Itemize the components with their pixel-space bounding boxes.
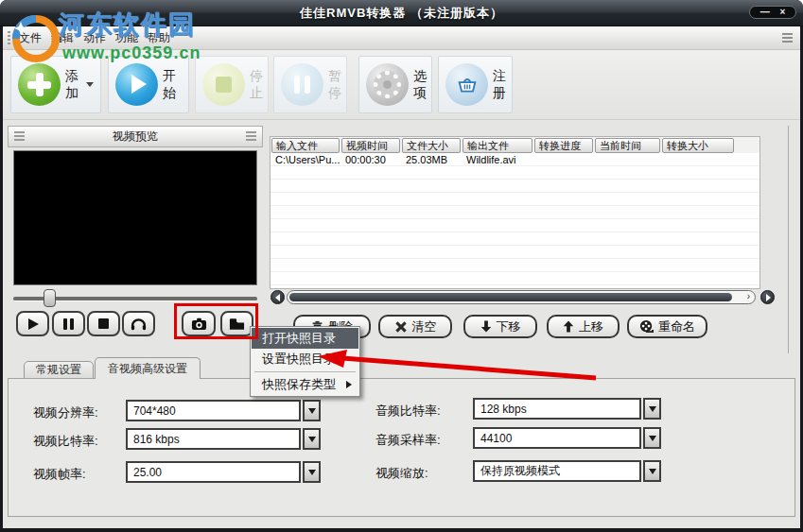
chevron-down-icon[interactable] xyxy=(643,427,661,449)
video-screen xyxy=(13,150,257,285)
menu-edit[interactable]: 编辑 xyxy=(48,27,77,49)
snapshot-context-menu: 打开快照目录 设置快照目录 快照保存类型 xyxy=(250,326,360,397)
window-controls: — × xyxy=(749,6,796,19)
options-button[interactable]: 选项 xyxy=(358,56,432,113)
preview-title: 视频预览 xyxy=(113,129,158,145)
clear-button[interactable]: 清空 xyxy=(378,315,452,338)
video-scale-select[interactable]: 保持原视频模式 xyxy=(473,460,661,482)
column-header[interactable]: 转换大小 xyxy=(662,138,734,153)
column-header[interactable]: 转换进度 xyxy=(534,138,593,153)
chevron-down-icon[interactable] xyxy=(643,398,661,420)
register-button[interactable]: 注册 xyxy=(438,56,513,113)
down-arrow-icon xyxy=(480,319,492,334)
close-button[interactable]: × xyxy=(779,8,785,17)
video-framerate-select[interactable]: 25.00 xyxy=(126,461,321,483)
pause-icon xyxy=(281,63,323,106)
seek-thumb[interactable] xyxy=(44,289,56,307)
pause-icon xyxy=(63,318,74,330)
cell-file-size: 25.03MB xyxy=(401,154,462,165)
minimize-button[interactable]: — xyxy=(760,8,770,17)
stop-icon xyxy=(98,318,109,329)
panel-grip-icon xyxy=(246,131,256,143)
menu-action[interactable]: 动作 xyxy=(80,27,109,49)
video-bitrate-label: 视频比特率: xyxy=(33,433,98,450)
menu-bar: 文件 编辑 动作 功能 帮助 xyxy=(3,26,800,50)
app-window: 佳佳RMVB转换器 （未注册版本） — × 文件 编辑 动作 功能 帮助 添加 … xyxy=(0,0,803,532)
video-resolution-label: 视频分辨率: xyxy=(33,404,98,421)
add-plus-icon xyxy=(18,63,61,106)
menu-item-snapshot-save-type[interactable]: 快照保存类型 xyxy=(252,374,358,395)
up-arrow-icon xyxy=(563,319,574,334)
preview-stop-button[interactable] xyxy=(87,311,120,336)
x-icon xyxy=(394,320,408,334)
column-header[interactable]: 视频时间 xyxy=(341,138,400,153)
h-scrollbar[interactable]: › xyxy=(287,290,756,304)
chevron-down-icon[interactable] xyxy=(643,460,661,482)
panel-divider xyxy=(788,126,789,353)
menu-help[interactable]: 帮助 xyxy=(145,27,173,49)
file-list-body: C:\Users\Pu... 00:00:30 25.03MB Wildlife… xyxy=(271,153,759,286)
submenu-arrow-icon xyxy=(346,381,352,388)
preview-pause-button[interactable] xyxy=(52,311,85,336)
play-icon xyxy=(28,318,39,330)
start-button[interactable]: 开始 xyxy=(108,56,189,113)
chevron-down-icon[interactable] xyxy=(303,400,321,421)
video-bitrate-select[interactable]: 816 kbps xyxy=(126,428,321,450)
audio-bitrate-select[interactable]: 128 kbps xyxy=(473,398,661,420)
menubar-grip-icon[interactable] xyxy=(8,31,10,44)
menu-file[interactable]: 文件 xyxy=(16,27,44,49)
column-header[interactable]: 当前时间 xyxy=(595,138,660,153)
tab-av-advanced-settings[interactable]: 音视频高级设置 xyxy=(95,357,201,379)
preview-panel-header[interactable]: 视频预览 xyxy=(8,126,263,147)
video-framerate-label: 视频帧率: xyxy=(33,466,86,483)
scrollbar-thumb[interactable] xyxy=(289,293,732,301)
cell-output-file: Wildlife.avi xyxy=(462,154,533,165)
add-dropdown-icon[interactable] xyxy=(86,82,94,87)
stop-icon xyxy=(202,63,245,106)
column-header[interactable]: 输出文件 xyxy=(463,138,532,153)
cell-input-file: C:\Users\Pu... xyxy=(271,154,340,165)
audio-bitrate-label: 音频比特率: xyxy=(375,403,441,420)
menu-separator xyxy=(254,371,356,372)
play-icon xyxy=(115,63,158,106)
column-header[interactable]: 文件大小 xyxy=(402,138,461,153)
file-list[interactable]: 输入文件 视频时间 文件大小 输出文件 转换进度 当前时间 转换大小 C:\Us… xyxy=(270,136,760,289)
video-scale-label: 视频缩放: xyxy=(375,465,428,482)
toolbar: 添加 开始 停止 暂停 选项 xyxy=(3,50,800,120)
headphones-icon xyxy=(131,317,147,331)
film-reel-icon xyxy=(639,319,654,334)
scrollbar-end-chevron-icon: › xyxy=(747,291,750,301)
rename-button[interactable]: 重命名 xyxy=(627,315,707,338)
audio-samplerate-select[interactable]: 44100 xyxy=(473,427,661,449)
video-resolution-select[interactable]: 704*480 xyxy=(126,400,321,421)
pause-button[interactable]: 暂停 xyxy=(273,56,347,113)
move-up-button[interactable]: 上移 xyxy=(547,315,620,338)
scroll-left-button[interactable] xyxy=(271,290,285,304)
panel-grip-icon xyxy=(14,131,25,143)
add-button[interactable]: 添加 xyxy=(10,56,101,113)
gear-icon xyxy=(366,63,409,106)
menu-item-set-snapshot-dir[interactable]: 设置快照目录 xyxy=(252,349,358,369)
preview-play-button[interactable] xyxy=(16,311,49,336)
scroll-right-button[interactable] xyxy=(760,290,775,304)
title-bar[interactable]: 佳佳RMVB转换器 （未注册版本） — × xyxy=(0,0,803,26)
chevron-down-icon[interactable] xyxy=(303,461,321,483)
move-down-button[interactable]: 下移 xyxy=(463,315,537,338)
stop-button[interactable]: 停止 xyxy=(195,56,269,113)
window-title: 佳佳RMVB转换器 （未注册版本） xyxy=(0,5,803,22)
audio-samplerate-label: 音频采样率: xyxy=(375,432,441,449)
annotation-rectangle xyxy=(174,303,258,339)
basket-icon xyxy=(445,63,488,106)
column-header[interactable]: 输入文件 xyxy=(271,138,340,153)
chevron-down-icon[interactable] xyxy=(303,428,321,450)
preview-audio-button[interactable] xyxy=(122,311,155,336)
table-row[interactable]: C:\Users\Pu... 00:00:30 25.03MB Wildlife… xyxy=(271,153,759,166)
menubar-right-grip-icon[interactable] xyxy=(782,33,793,43)
file-list-header: 输入文件 视频时间 文件大小 输出文件 转换进度 当前时间 转换大小 xyxy=(271,137,759,153)
menu-item-open-snapshot-dir[interactable]: 打开快照目录 xyxy=(252,328,358,349)
cell-video-time: 00:00:30 xyxy=(340,154,401,165)
tab-general-settings[interactable]: 常规设置 xyxy=(24,361,94,379)
menu-function[interactable]: 功能 xyxy=(113,27,141,49)
